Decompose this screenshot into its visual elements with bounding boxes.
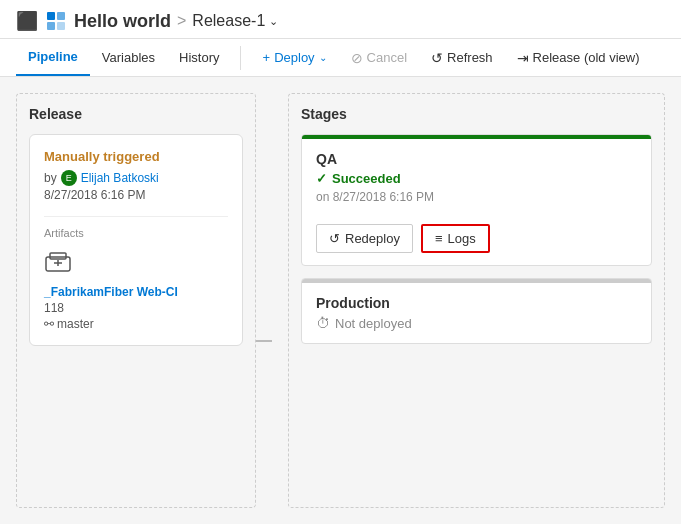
artifact-build: 118: [44, 301, 228, 315]
project-title[interactable]: Hello world: [74, 11, 171, 32]
azure-devops-icon: [46, 11, 66, 31]
stage-card-production: Production ⏱ Not deployed: [301, 278, 652, 344]
release-old-label: Release (old view): [533, 50, 640, 65]
release-section: Release Manually triggered by E Elijah B…: [16, 93, 256, 508]
svg-rect-0: [47, 12, 55, 20]
artifact-name[interactable]: _FabrikamFiber Web-CI: [44, 285, 228, 299]
tab-pipeline[interactable]: Pipeline: [16, 39, 90, 76]
logs-button[interactable]: ≡ Logs: [421, 224, 490, 253]
artifacts-section: Artifacts _FabrikamFiber Web-CI 118 ⚯ ma…: [44, 216, 228, 331]
stage-status-qa: ✓ Succeeded: [316, 171, 637, 186]
stage-card-qa: QA ✓ Succeeded on 8/27/2018 6:16 PM ↺ Re…: [301, 134, 652, 266]
nav-actions: + Deploy ⌄ ⊘ Cancel ↺ Refresh ⇥ Release …: [253, 45, 650, 71]
user-avatar: E: [61, 170, 77, 186]
tab-history[interactable]: History: [167, 40, 231, 75]
svg-rect-2: [47, 22, 55, 30]
stages-section-title: Stages: [301, 106, 652, 122]
stage-name-qa: QA: [316, 151, 637, 167]
trigger-date: 8/27/2018 6:16 PM: [44, 188, 228, 202]
stage-status-label-qa: Succeeded: [332, 171, 401, 186]
branch-name: master: [57, 317, 94, 331]
deploy-label: Deploy: [274, 50, 314, 65]
nav-divider: [240, 46, 241, 70]
clock-icon: ⏱: [316, 315, 330, 331]
plus-icon: +: [263, 50, 271, 65]
refresh-button[interactable]: ↺ Refresh: [421, 45, 503, 71]
by-label: by: [44, 171, 57, 185]
stage-card-body-qa: QA ✓ Succeeded on 8/27/2018 6:16 PM: [302, 139, 651, 216]
svg-rect-3: [57, 22, 65, 30]
user-name[interactable]: Elijah Batkoski: [81, 171, 159, 185]
trigger-by: by E Elijah Batkoski: [44, 170, 228, 186]
cancel-button[interactable]: ⊘ Cancel: [341, 45, 417, 71]
stage-status-production: ⏱ Not deployed: [316, 315, 637, 331]
release-card: Manually triggered by E Elijah Batkoski …: [29, 134, 243, 346]
stage-date-qa: on 8/27/2018 6:16 PM: [316, 190, 637, 204]
app-icon: ⬛: [16, 10, 38, 32]
artifacts-label: Artifacts: [44, 227, 228, 239]
stage-name-production: Production: [316, 295, 637, 311]
artifact-branch: ⚯ master: [44, 317, 228, 331]
stage-card-body-production: Production ⏱ Not deployed: [302, 283, 651, 343]
artifact-icon: [44, 247, 228, 281]
breadcrumb-separator: >: [177, 12, 186, 30]
stage-status-label-production: Not deployed: [335, 316, 412, 331]
arrow-icon: ⇥: [517, 50, 529, 66]
release-dropdown[interactable]: ⌄: [269, 15, 278, 28]
stage-actions-qa: ↺ Redeploy ≡ Logs: [302, 216, 651, 265]
connector-line: [256, 340, 272, 342]
nav-bar: Pipeline Variables History + Deploy ⌄ ⊘ …: [0, 39, 681, 77]
connector-area: [256, 93, 272, 508]
refresh-icon: ↺: [431, 50, 443, 66]
release-title[interactable]: Release-1: [192, 12, 265, 30]
trigger-title: Manually triggered: [44, 149, 228, 164]
tab-variables[interactable]: Variables: [90, 40, 167, 75]
check-icon: ✓: [316, 171, 327, 186]
redeploy-icon: ↺: [329, 231, 340, 246]
logs-label: Logs: [448, 231, 476, 246]
cancel-icon: ⊘: [351, 50, 363, 66]
main-content: Release Manually triggered by E Elijah B…: [0, 77, 681, 524]
release-section-title: Release: [29, 106, 243, 122]
release-old-view-button[interactable]: ⇥ Release (old view): [507, 45, 650, 71]
svg-rect-1: [57, 12, 65, 20]
deploy-button[interactable]: + Deploy ⌄: [253, 45, 337, 70]
stages-section: Stages QA ✓ Succeeded on 8/27/2018 6:16 …: [288, 93, 665, 508]
svg-rect-5: [50, 253, 66, 259]
redeploy-button[interactable]: ↺ Redeploy: [316, 224, 413, 253]
redeploy-label: Redeploy: [345, 231, 400, 246]
logs-icon: ≡: [435, 231, 443, 246]
deploy-dropdown-icon: ⌄: [319, 52, 327, 63]
refresh-label: Refresh: [447, 50, 493, 65]
page-header: ⬛ Hello world > Release-1 ⌄: [0, 0, 681, 39]
branch-icon: ⚯: [44, 317, 54, 331]
cancel-label: Cancel: [367, 50, 407, 65]
